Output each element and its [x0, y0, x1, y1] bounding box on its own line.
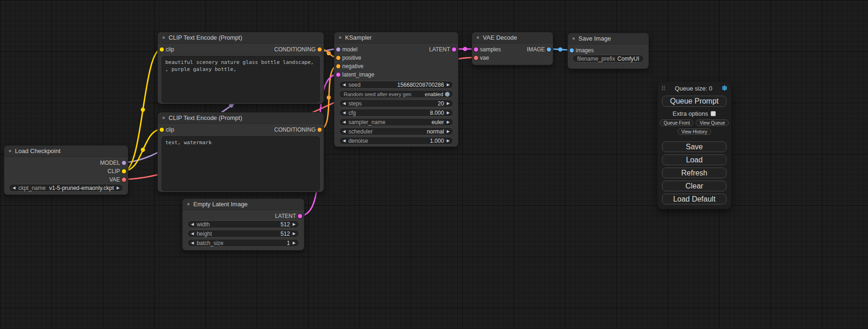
decrement-arrow-icon[interactable]: ◀ [191, 241, 194, 245]
load-button[interactable]: Load [662, 154, 727, 165]
widget-name: filename_prefix [577, 56, 615, 62]
widget-cfg[interactable]: ◀ cfg 8.000 ▶ [339, 109, 453, 117]
widget-value: euler [431, 119, 444, 126]
node-empty-latent-image[interactable]: Empty Latent Image LATENT ◀ width 512 ▶ … [182, 198, 304, 251]
node-header[interactable]: VAE Decode [472, 32, 553, 43]
increment-arrow-icon[interactable]: ▶ [293, 241, 296, 245]
vae-input-port[interactable] [474, 56, 478, 60]
conditioning-output-port[interactable] [318, 128, 322, 132]
vae-output-port[interactable] [122, 178, 126, 182]
refresh-button[interactable]: Refresh [662, 168, 727, 178]
widget-random-seed-toggle[interactable]: Random seed after every gen enabled [339, 90, 453, 98]
decrement-arrow-icon[interactable]: ◀ [343, 139, 346, 143]
load-default-button[interactable]: Load Default [662, 194, 727, 204]
decrement-arrow-icon[interactable]: ◀ [191, 223, 194, 226]
negative-input-port[interactable] [336, 64, 340, 69]
collapse-dot-icon[interactable] [477, 36, 479, 39]
widget-filename-prefix[interactable]: filename_prefix ComfyUI [572, 55, 644, 63]
collapse-dot-icon[interactable] [187, 203, 190, 205]
latent-output-port[interactable] [452, 48, 456, 52]
extra-options-checkbox[interactable] [711, 111, 716, 116]
widget-denoise[interactable]: ◀ denoise 1.000 ▶ [339, 137, 453, 145]
node-clip-text-encode-negative[interactable]: CLIP Text Encode (Prompt) clip CONDITION… [157, 112, 324, 192]
conditioning-output-port[interactable] [318, 48, 322, 52]
node-header[interactable]: Save Image [568, 33, 649, 44]
widget-name: seed [348, 82, 360, 88]
widget-steps[interactable]: ◀ steps 20 ▶ [339, 99, 453, 107]
image-output-port[interactable] [547, 48, 551, 52]
collapse-dot-icon[interactable] [339, 36, 341, 39]
node-header[interactable]: Load Checkpoint [4, 146, 128, 157]
combo-right-arrow-icon[interactable]: ▶ [117, 186, 120, 190]
collapse-dot-icon[interactable] [162, 117, 165, 119]
increment-arrow-icon[interactable]: ▶ [293, 223, 296, 226]
node-title: Empty Latent Image [193, 201, 247, 208]
save-button[interactable]: Save [662, 141, 727, 152]
combo-left-arrow-icon[interactable]: ◀ [343, 130, 346, 133]
increment-arrow-icon[interactable]: ▶ [447, 111, 450, 115]
widget-seed[interactable]: ◀ seed 156680208700286 ▶ [339, 81, 453, 89]
combo-right-arrow-icon[interactable]: ▶ [447, 130, 450, 133]
increment-arrow-icon[interactable]: ▶ [447, 83, 450, 87]
clip-output-port[interactable] [122, 169, 126, 174]
decrement-arrow-icon[interactable]: ◀ [191, 232, 194, 236]
queue-front-button[interactable]: Queue Front [660, 119, 693, 126]
prompt-text-input[interactable]: beautiful scenery nature glass bottle la… [162, 56, 320, 103]
collapse-dot-icon[interactable] [572, 37, 575, 40]
decrement-arrow-icon[interactable]: ◀ [343, 102, 346, 105]
widget-sampler-name[interactable]: ◀ sampler_name euler ▶ [339, 118, 453, 126]
widget-value: 512 [281, 221, 290, 228]
node-load-checkpoint[interactable]: Load Checkpoint MODEL CLIP VAE ◀ ckpt_na… [4, 145, 128, 195]
widget-batch-size[interactable]: ◀ batch_size 1 ▶ [187, 239, 299, 247]
model-input-port[interactable] [336, 48, 340, 52]
node-header[interactable]: CLIP Text Encode (Prompt) [158, 32, 324, 43]
toggle-dot-icon[interactable] [445, 92, 450, 97]
settings-gear-icon[interactable]: ✽ [721, 84, 727, 92]
queue-prompt-button[interactable]: Queue Prompt [662, 96, 727, 107]
widget-scheduler[interactable]: ◀ scheduler normal ▶ [339, 127, 453, 135]
drag-handle-icon[interactable]: ⠿ [661, 85, 666, 92]
clip-input-port[interactable] [160, 128, 164, 132]
widget-name: sampler_name [348, 119, 385, 126]
latent-output-port[interactable] [298, 214, 302, 218]
node-header[interactable]: CLIP Text Encode (Prompt) [158, 112, 324, 124]
collapse-dot-icon[interactable] [9, 150, 11, 152]
widget-value: normal [427, 128, 444, 135]
prompt-text-input[interactable]: text, watermark [162, 136, 320, 191]
decrement-arrow-icon[interactable]: ◀ [343, 83, 346, 87]
combo-left-arrow-icon[interactable]: ◀ [13, 186, 15, 190]
combo-right-arrow-icon[interactable]: ▶ [447, 120, 450, 124]
clip-input-port[interactable] [160, 48, 164, 52]
node-header[interactable]: KSampler [334, 32, 458, 43]
widget-height[interactable]: ◀ height 512 ▶ [187, 230, 299, 238]
collapse-dot-icon[interactable] [162, 36, 165, 39]
widget-width[interactable]: ◀ width 512 ▶ [187, 220, 299, 228]
model-output-port[interactable] [122, 161, 126, 165]
increment-arrow-icon[interactable]: ▶ [447, 102, 450, 105]
node-header[interactable]: Empty Latent Image [183, 199, 304, 210]
combo-left-arrow-icon[interactable]: ◀ [343, 120, 346, 124]
graph-canvas[interactable]: Load Checkpoint MODEL CLIP VAE ◀ ckpt_na… [0, 0, 868, 329]
node-clip-text-encode-positive[interactable]: CLIP Text Encode (Prompt) clip CONDITION… [157, 32, 324, 104]
node-save-image[interactable]: Save Image images filename_prefix ComfyU… [567, 33, 649, 69]
output-label-image: IMAGE [527, 46, 545, 53]
decrement-arrow-icon[interactable]: ◀ [343, 111, 346, 115]
images-input-port[interactable] [570, 49, 574, 53]
widget-name: cfg [348, 110, 356, 116]
wire-midpoint-dot [558, 48, 563, 52]
latent-image-input-port[interactable] [336, 73, 340, 77]
node-vae-decode[interactable]: VAE Decode samples IMAGE vae [472, 32, 553, 65]
samples-input-port[interactable] [474, 48, 478, 52]
node-ksampler[interactable]: KSampler model LATENT positive negative … [334, 32, 459, 147]
widget-value: 512 [281, 231, 290, 237]
increment-arrow-icon[interactable]: ▶ [447, 139, 450, 143]
clear-button[interactable]: Clear [662, 181, 727, 191]
view-queue-button[interactable]: View Queue [696, 119, 728, 126]
increment-arrow-icon[interactable]: ▶ [293, 232, 296, 236]
widget-ckpt-name[interactable]: ◀ ckpt_name v1-5-pruned-emaonly.ckpt ▶ [9, 184, 123, 192]
positive-input-port[interactable] [336, 56, 340, 60]
output-label-model: MODEL [100, 160, 120, 166]
slot-row: model LATENT [334, 45, 458, 54]
input-label-vae: vae [480, 55, 489, 61]
view-history-button[interactable]: View History [677, 128, 711, 135]
